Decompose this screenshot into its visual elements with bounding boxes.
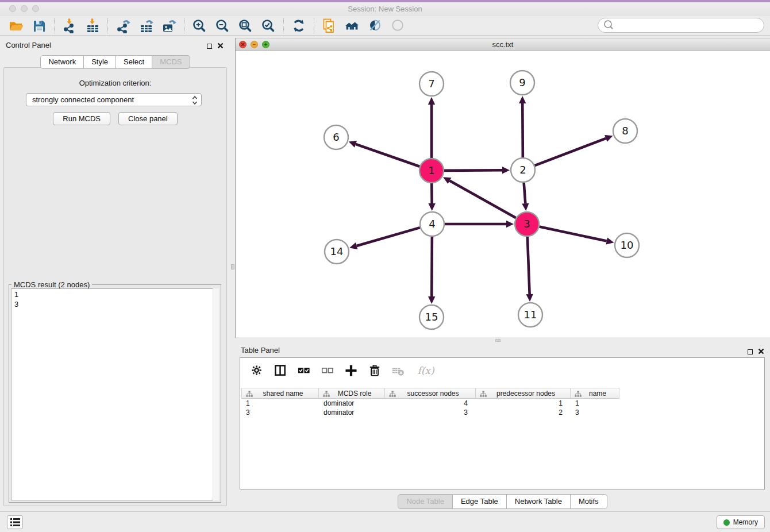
refresh-layout-icon[interactable] <box>287 17 310 34</box>
birds-eye-icon <box>387 17 410 34</box>
graphics-details-icon[interactable] <box>364 17 387 34</box>
memory-button[interactable]: Memory <box>717 515 765 529</box>
graph-edge-2-3[interactable] <box>522 183 529 211</box>
cell-shared-name[interactable]: 1 <box>241 399 319 408</box>
cell-successor-nodes[interactable]: 3 <box>385 408 476 417</box>
cell-predecessor-nodes[interactable]: 1 <box>476 399 571 408</box>
graph-node-11[interactable]: 11 <box>518 303 542 327</box>
task-history-button[interactable] <box>7 515 23 529</box>
cell-MCDS-role[interactable]: dominator <box>319 399 385 408</box>
tab-network[interactable]: Network <box>40 55 84 69</box>
graph-edge-1-2[interactable] <box>444 167 510 174</box>
graph-node-4[interactable]: 4 <box>420 212 444 236</box>
cell-MCDS-role[interactable]: dominator <box>319 408 385 417</box>
search-box[interactable] <box>598 18 764 33</box>
toolbar-separator <box>283 18 284 33</box>
graph-node-1[interactable]: 1 <box>419 159 444 183</box>
export-table-icon[interactable] <box>134 17 157 34</box>
cell-name[interactable]: 3 <box>571 408 619 417</box>
cell-name[interactable]: 1 <box>571 399 619 408</box>
function-builder-icon: f(x) <box>414 363 437 378</box>
status-bar: Memory <box>0 511 770 532</box>
table-row[interactable]: 1dominator411 <box>241 399 619 408</box>
export-image-icon[interactable] <box>157 17 180 34</box>
add-column-icon[interactable] <box>344 363 359 378</box>
graph-edge-2-8[interactable] <box>535 135 613 165</box>
graph-node-7[interactable]: 7 <box>419 72 444 96</box>
graph-edge-4-3[interactable] <box>445 221 514 228</box>
zoom-in-icon[interactable] <box>188 17 211 34</box>
column-header-predecessor-nodes[interactable]: predecessor nodes <box>476 388 571 399</box>
graph-node-15[interactable]: 15 <box>419 305 444 329</box>
cell-predecessor-nodes[interactable]: 2 <box>476 408 571 417</box>
tab-network-table[interactable]: Network Table <box>507 494 571 509</box>
delete-columns-icon <box>391 363 406 378</box>
graph-edge-1-4[interactable] <box>428 183 435 211</box>
cell-shared-name[interactable]: 3 <box>241 408 319 417</box>
select-all-rows-icon[interactable] <box>297 363 311 378</box>
zoom-fit-icon[interactable] <box>234 17 257 34</box>
run-mcds-button[interactable]: Run MCDS <box>53 112 110 125</box>
export-network-icon[interactable] <box>111 17 134 34</box>
open-file-icon[interactable] <box>5 17 28 34</box>
table-row[interactable]: 3dominator323 <box>241 408 619 417</box>
graph-edge-3-1[interactable] <box>443 177 516 218</box>
tab-edge-table[interactable]: Edge Table <box>453 494 507 509</box>
save-session-icon[interactable] <box>28 17 51 34</box>
column-header-name[interactable]: name <box>571 388 619 399</box>
splitter-grip[interactable] <box>231 264 234 269</box>
tab-motifs[interactable]: Motifs <box>571 494 607 509</box>
graph-edge-1-6[interactable] <box>349 141 420 167</box>
first-neighbors-icon[interactable] <box>341 17 364 34</box>
splitter-grip[interactable] <box>495 339 500 342</box>
float-panel-icon[interactable] <box>207 44 212 49</box>
delete-rows-icon[interactable] <box>367 363 382 378</box>
control-panel-tabs: NetworkStyleSelectMCDS <box>0 55 230 69</box>
graph-edge-2-9[interactable] <box>519 96 526 157</box>
graph-node-14[interactable]: 14 <box>325 240 349 264</box>
tab-style[interactable]: Style <box>84 55 116 69</box>
graph-node-6[interactable]: 6 <box>324 125 348 149</box>
graph-node-2[interactable]: 2 <box>511 158 535 182</box>
close-panel-icon[interactable] <box>217 41 224 51</box>
tab-mcds[interactable]: MCDS <box>152 55 190 69</box>
zoom-out-icon[interactable] <box>211 17 234 34</box>
table-panel-header: Table Panel <box>235 342 770 357</box>
deselect-all-rows-icon[interactable] <box>320 363 335 378</box>
graph-edge-3-11[interactable] <box>526 237 533 302</box>
vertical-splitter[interactable] <box>230 36 235 511</box>
close-panel-button[interactable]: Close panel <box>118 112 178 125</box>
tab-select[interactable]: Select <box>116 55 152 69</box>
zoom-selected-icon[interactable] <box>257 17 280 34</box>
close-panel-icon[interactable] <box>758 346 764 357</box>
graph-node-9[interactable]: 9 <box>510 71 534 95</box>
search-input[interactable] <box>616 21 760 30</box>
graph-node-10[interactable]: 10 <box>615 233 639 257</box>
import-table-icon[interactable] <box>81 17 104 34</box>
clone-network-icon[interactable] <box>318 17 341 34</box>
import-network-icon[interactable] <box>58 17 81 34</box>
graph-node-3[interactable]: 3 <box>515 212 539 236</box>
float-panel-icon[interactable] <box>748 349 753 354</box>
column-header-MCDS-role[interactable]: MCDS role <box>319 388 385 399</box>
graph-edge-4-14[interactable] <box>349 228 420 249</box>
show-columns-icon[interactable] <box>273 363 288 378</box>
cell-successor-nodes[interactable]: 4 <box>385 399 476 408</box>
result-scrollbar[interactable] <box>213 288 219 500</box>
svg-text:11: 11 <box>524 309 537 321</box>
graph-edge-1-7[interactable] <box>428 97 435 158</box>
graph-edge-3-10[interactable] <box>540 227 614 245</box>
column-header-shared-name[interactable]: shared name <box>241 388 319 399</box>
table-settings-icon[interactable] <box>249 363 264 378</box>
graph-edge-4-15[interactable] <box>428 237 435 304</box>
horizontal-splitter[interactable] <box>235 338 770 342</box>
table-header-row: shared nameMCDS rolesuccessor nodesprede… <box>241 388 619 399</box>
mcds-result-text[interactable]: 1 3 <box>11 288 219 500</box>
criterion-dropdown[interactable]: strongly connected component <box>26 93 202 106</box>
graph-node-8[interactable]: 8 <box>613 119 637 143</box>
toolbar-separator <box>184 18 184 33</box>
column-header-successor-nodes[interactable]: successor nodes <box>385 388 476 399</box>
attribute-type-icon <box>575 391 582 399</box>
tab-node-table[interactable]: Node Table <box>398 494 453 509</box>
network-canvas[interactable]: 7968124314101511 <box>236 51 770 337</box>
